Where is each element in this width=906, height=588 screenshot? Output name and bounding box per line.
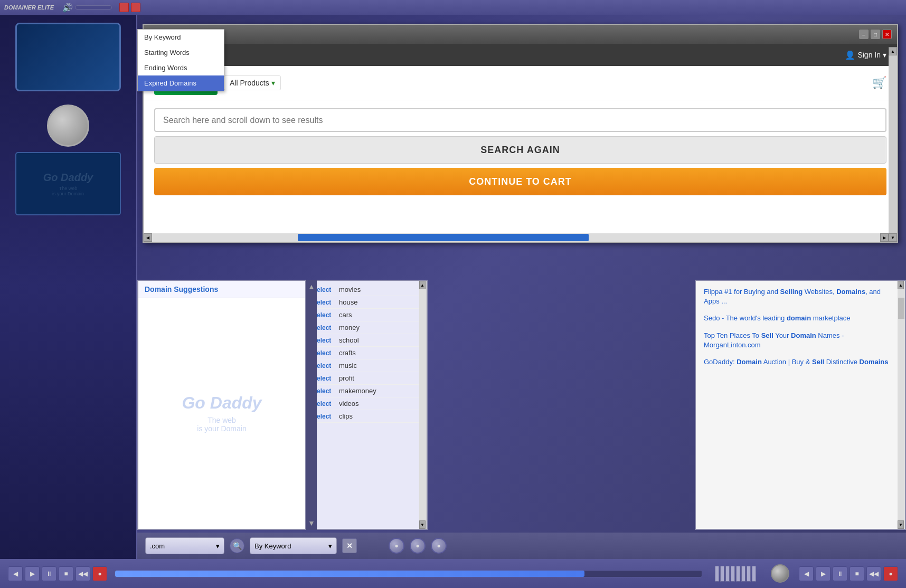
- progress-bar-fill: [115, 571, 584, 577]
- watermark-text-small: The webis your Domain: [182, 416, 261, 433]
- bottom-knob[interactable]: [771, 564, 789, 583]
- ads-scrollbar[interactable]: ▲ ▼: [898, 281, 905, 529]
- browser-window: Help – □ ✕ Help 👤 Sign In ▾ Pakistan 🐾 G…: [143, 24, 898, 243]
- search-type-select[interactable]: By Keyword ▾: [250, 537, 337, 554]
- round-control-3[interactable]: ●: [431, 538, 447, 554]
- scroll-up-button[interactable]: ▲: [889, 47, 897, 55]
- search-again-button[interactable]: SEARCH AGAIN: [154, 136, 886, 164]
- progress-bar: [115, 570, 702, 577]
- suggestions-nav-down[interactable]: ▼: [308, 519, 315, 527]
- search-icon[interactable]: 🔍: [230, 538, 244, 553]
- watermark-go-daddy: Go Daddy: [43, 172, 93, 184]
- result-name-9: videos: [339, 400, 359, 407]
- suggestions-watermark: Go Daddy The webis your Domain: [182, 393, 261, 433]
- bottom-nav-buttons-right: ◀ ▶ ⏸ ■ ◀◀ ●: [799, 566, 898, 581]
- device-screen-inner: [17, 24, 119, 90]
- browser-titlebar: Help – □ ✕: [144, 25, 897, 44]
- key-2: [720, 566, 724, 582]
- signin-arrow: ▾: [883, 51, 886, 59]
- close-search-button[interactable]: ✕: [342, 538, 357, 553]
- all-products-button[interactable]: All Products ▾: [224, 75, 281, 90]
- result-row-9: Selectvideos: [313, 397, 427, 410]
- nav-btn-pause[interactable]: ⏸: [42, 566, 56, 581]
- signin-button[interactable]: 👤 Sign In ▾: [845, 50, 886, 60]
- result-row-5: Selectcrafts: [313, 347, 427, 359]
- nav-btn-right-rewind[interactable]: ◀◀: [866, 566, 881, 581]
- browser-hscroll[interactable]: ◀ ▶: [144, 233, 889, 242]
- ad-link-topten[interactable]: Top Ten Places To Sell Your Domain Names…: [704, 331, 897, 350]
- browser-scrollbar[interactable]: ▲ ▼: [889, 47, 897, 242]
- godaddy-navbar: Help 👤 Sign In ▾: [144, 44, 897, 66]
- ads-panel: Flippa #1 for Buying and Selling Website…: [695, 280, 906, 530]
- domain-scroll-up[interactable]: ▲: [419, 281, 426, 289]
- result-name-1: house: [339, 298, 357, 306]
- search-type-arrow: ▾: [328, 542, 332, 550]
- godaddy-watermark: Go Daddy The webis your Domain: [16, 153, 120, 214]
- cart-icon[interactable]: 🛒: [872, 76, 886, 90]
- dropdown-item-expired-domains[interactable]: Expired Domains: [138, 75, 224, 91]
- volume-area: 🔊: [62, 3, 112, 13]
- result-name-4: school: [339, 336, 359, 344]
- key-8: [752, 566, 756, 582]
- maximize-button[interactable]: □: [871, 30, 880, 39]
- device-knob[interactable]: [47, 105, 89, 147]
- small-screen: Go Daddy The webis your Domain: [15, 152, 121, 215]
- result-row-1: Selecthouse: [313, 296, 427, 309]
- domain-list-scrollbar[interactable]: ▲ ▼: [419, 281, 427, 529]
- key-1: [715, 566, 719, 582]
- nav-btn-right-next[interactable]: ▶: [816, 566, 831, 581]
- app-logo: DOMAINER ELITE: [4, 4, 54, 11]
- device-screen-top: [15, 23, 121, 91]
- dropdown-item-starting-words[interactable]: Starting Words: [138, 45, 224, 60]
- ad-link-flippa[interactable]: Flippa #1 for Buying and Selling Website…: [704, 287, 897, 306]
- nav-btn-record[interactable]: ●: [92, 566, 107, 581]
- domain-extension-select[interactable]: .com ▾: [145, 537, 224, 554]
- result-name-0: movies: [339, 286, 361, 293]
- watermark-tagline: The webis your Domain: [52, 186, 84, 196]
- result-row-10: Selectclips: [313, 410, 427, 423]
- key-3: [725, 566, 730, 582]
- nav-btn-right-prev[interactable]: ◀: [799, 566, 814, 581]
- result-row-6: Selectmusic: [313, 359, 427, 372]
- domain-ext-arrow: ▾: [216, 542, 220, 550]
- hscroll-track: [152, 233, 880, 242]
- dropdown-item-ending-words[interactable]: Ending Words: [138, 60, 224, 75]
- suggestions-nav-up[interactable]: ▲: [308, 282, 315, 291]
- dropdown-item-by-keyword[interactable]: By Keyword: [138, 30, 224, 45]
- nav-btn-right-record[interactable]: ●: [883, 566, 898, 581]
- ad-link-sedo[interactable]: Sedo - The world's leading domain market…: [704, 314, 897, 323]
- hscroll-thumb: [298, 234, 589, 241]
- scroll-down-button[interactable]: ▼: [889, 233, 897, 242]
- toolbar-icon-red2[interactable]: [131, 3, 140, 12]
- ad-link-godaddy-auction[interactable]: GoDaddy: Domain Auction | Buy & Sell Dis…: [704, 357, 897, 367]
- nav-btn-right-pause[interactable]: ⏸: [833, 566, 847, 581]
- minimize-button[interactable]: –: [859, 30, 869, 39]
- toolbar-icon-red1[interactable]: [119, 3, 129, 12]
- result-row-3: Selectmoney: [313, 321, 427, 334]
- domain-list-panel: SelectmoviesSelecthouseSelectcarsSelectm…: [312, 280, 428, 530]
- suggestions-body: Go Daddy The webis your Domain: [138, 298, 305, 528]
- round-control-1[interactable]: ●: [389, 538, 404, 554]
- products-arrow: ▾: [271, 79, 275, 87]
- volume-slider[interactable]: [75, 5, 112, 10]
- nav-btn-prev[interactable]: ◀: [8, 566, 23, 581]
- top-toolbar: DOMAINER ELITE 🔊: [0, 0, 906, 15]
- nav-btn-stop[interactable]: ■: [59, 566, 73, 581]
- nav-btn-right-stop[interactable]: ■: [850, 566, 864, 581]
- domain-scroll-down[interactable]: ▼: [419, 520, 426, 529]
- nav-btn-next[interactable]: ▶: [25, 566, 40, 581]
- close-button[interactable]: ✕: [882, 30, 892, 39]
- ads-scroll-down[interactable]: ▼: [898, 520, 904, 529]
- nav-btn-rewind[interactable]: ◀◀: [76, 566, 90, 581]
- search-type-dropdown: By Keyword Starting Words Ending Words E…: [137, 29, 224, 91]
- watermark-text-large: Go Daddy: [182, 393, 261, 413]
- hscroll-right-button[interactable]: ▶: [880, 233, 889, 242]
- key-5: [736, 566, 740, 582]
- domain-list-scroll[interactable]: SelectmoviesSelecthouseSelectcarsSelectm…: [313, 281, 427, 529]
- continue-to-cart-button[interactable]: CONTINUE TO CART: [154, 168, 886, 195]
- hscroll-left-button[interactable]: ◀: [144, 233, 152, 242]
- search-input[interactable]: [154, 108, 886, 132]
- browser-window-controls: – □ ✕: [859, 30, 892, 39]
- round-control-2[interactable]: ●: [410, 538, 426, 554]
- ads-scroll-up[interactable]: ▲: [898, 281, 904, 289]
